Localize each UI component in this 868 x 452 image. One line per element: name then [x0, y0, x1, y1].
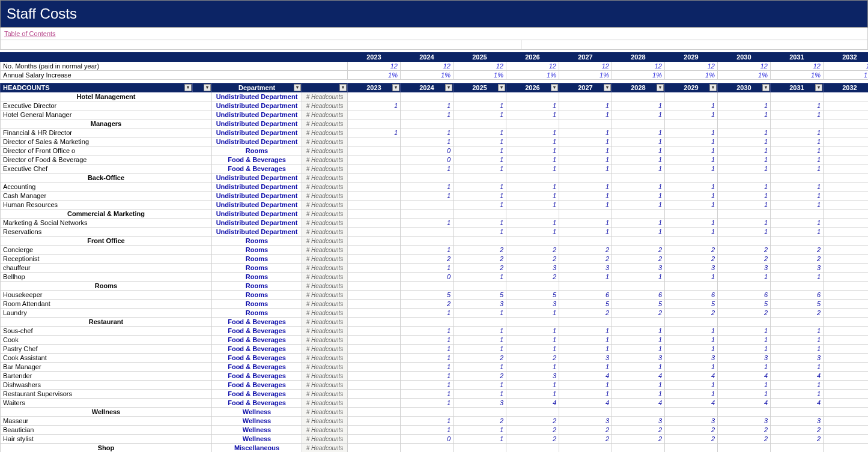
value-cell[interactable]: 1: [506, 200, 559, 209]
value-cell[interactable]: 1: [612, 155, 665, 164]
param-value[interactable]: 1%: [824, 71, 869, 80]
value-cell[interactable]: 1: [771, 182, 824, 191]
param-value[interactable]: 12: [771, 62, 824, 71]
value-cell[interactable]: 1: [559, 273, 612, 282]
value-cell[interactable]: 1: [559, 218, 612, 228]
value-cell[interactable]: [348, 417, 401, 426]
value-cell[interactable]: 1: [771, 191, 824, 200]
value-cell[interactable]: 1: [718, 128, 771, 137]
value-cell[interactable]: 1: [559, 336, 612, 345]
value-cell[interactable]: 2: [771, 246, 824, 255]
value-cell[interactable]: [348, 426, 401, 435]
value-cell[interactable]: 1: [612, 327, 665, 336]
value-cell[interactable]: 1: [771, 146, 824, 155]
filter-icon[interactable]: ▾: [762, 84, 769, 91]
param-value[interactable]: 12: [348, 62, 401, 71]
value-cell[interactable]: 1: [665, 200, 718, 209]
value-cell[interactable]: 1: [824, 218, 869, 228]
value-cell[interactable]: 1: [824, 336, 869, 345]
param-value[interactable]: 1%: [506, 71, 559, 80]
value-cell[interactable]: 6: [824, 291, 869, 300]
value-cell[interactable]: 1: [771, 390, 824, 399]
value-cell[interactable]: 3: [506, 264, 559, 273]
value-cell[interactable]: 1: [718, 164, 771, 173]
filter-icon[interactable]: ▾: [498, 84, 505, 91]
value-cell[interactable]: [348, 363, 401, 372]
value-cell[interactable]: [348, 137, 401, 146]
value-cell[interactable]: 2: [506, 273, 559, 282]
value-cell[interactable]: 2: [718, 255, 771, 264]
param-value[interactable]: 12: [824, 62, 869, 71]
value-cell[interactable]: 3: [718, 264, 771, 273]
value-cell[interactable]: 1: [771, 228, 824, 237]
value-cell[interactable]: 1: [559, 155, 612, 164]
value-cell[interactable]: 3: [665, 354, 718, 363]
value-cell[interactable]: [348, 390, 401, 399]
value-cell[interactable]: 1: [454, 426, 506, 435]
param-value[interactable]: 12: [718, 62, 771, 71]
value-cell[interactable]: [348, 146, 401, 155]
value-cell[interactable]: 1: [665, 228, 718, 237]
value-cell[interactable]: 1: [454, 110, 506, 119]
value-cell[interactable]: 3: [824, 354, 869, 363]
value-cell[interactable]: [401, 200, 454, 209]
value-cell[interactable]: 3: [824, 417, 869, 426]
value-cell[interactable]: 1: [824, 345, 869, 354]
value-cell[interactable]: 1: [824, 327, 869, 336]
value-cell[interactable]: 0: [401, 273, 454, 282]
value-cell[interactable]: 4: [665, 372, 718, 381]
value-cell[interactable]: 2: [824, 435, 869, 444]
value-cell[interactable]: 4: [824, 399, 869, 408]
value-cell[interactable]: 1: [559, 182, 612, 191]
value-cell[interactable]: 2: [665, 309, 718, 318]
value-cell[interactable]: 3: [771, 354, 824, 363]
value-cell[interactable]: 1: [718, 110, 771, 119]
value-cell[interactable]: 1: [612, 146, 665, 155]
value-cell[interactable]: 5: [506, 291, 559, 300]
value-cell[interactable]: 4: [771, 372, 824, 381]
value-cell[interactable]: 1: [454, 200, 506, 209]
value-cell[interactable]: 2: [718, 435, 771, 444]
value-cell[interactable]: [348, 327, 401, 336]
value-cell[interactable]: [348, 372, 401, 381]
value-cell[interactable]: 1: [454, 381, 506, 390]
value-cell[interactable]: 2: [559, 435, 612, 444]
value-cell[interactable]: 1: [612, 101, 665, 110]
value-cell[interactable]: 1: [401, 399, 454, 408]
value-cell[interactable]: 5: [454, 291, 506, 300]
value-cell[interactable]: 1: [665, 110, 718, 119]
value-cell[interactable]: 1: [559, 327, 612, 336]
param-value[interactable]: 1%: [612, 71, 665, 80]
value-cell[interactable]: 2: [771, 426, 824, 435]
filter-icon[interactable]: ▾: [445, 84, 452, 91]
value-cell[interactable]: 1: [718, 218, 771, 228]
value-cell[interactable]: 1: [718, 273, 771, 282]
value-cell[interactable]: 1: [506, 218, 559, 228]
value-cell[interactable]: 3: [612, 417, 665, 426]
value-cell[interactable]: 1: [612, 363, 665, 372]
value-cell[interactable]: 3: [559, 264, 612, 273]
value-cell[interactable]: 1: [665, 336, 718, 345]
value-cell[interactable]: [348, 110, 401, 119]
value-cell[interactable]: 1: [665, 182, 718, 191]
value-cell[interactable]: 1: [401, 164, 454, 173]
value-cell[interactable]: 2: [771, 309, 824, 318]
value-cell[interactable]: 0: [401, 435, 454, 444]
value-cell[interactable]: [348, 345, 401, 354]
value-cell[interactable]: 1: [665, 390, 718, 399]
value-cell[interactable]: 1: [559, 101, 612, 110]
value-cell[interactable]: 1: [506, 309, 559, 318]
value-cell[interactable]: 1: [824, 146, 869, 155]
value-cell[interactable]: 1: [559, 110, 612, 119]
value-cell[interactable]: 2: [824, 255, 869, 264]
value-cell[interactable]: 1: [559, 381, 612, 390]
value-cell[interactable]: 2: [506, 426, 559, 435]
value-cell[interactable]: 1: [401, 264, 454, 273]
value-cell[interactable]: 2: [612, 426, 665, 435]
value-cell[interactable]: 1: [612, 137, 665, 146]
value-cell[interactable]: 2: [401, 300, 454, 309]
param-value[interactable]: 12: [559, 62, 612, 71]
value-cell[interactable]: 1: [401, 336, 454, 345]
value-cell[interactable]: 1: [401, 417, 454, 426]
value-cell[interactable]: [348, 191, 401, 200]
